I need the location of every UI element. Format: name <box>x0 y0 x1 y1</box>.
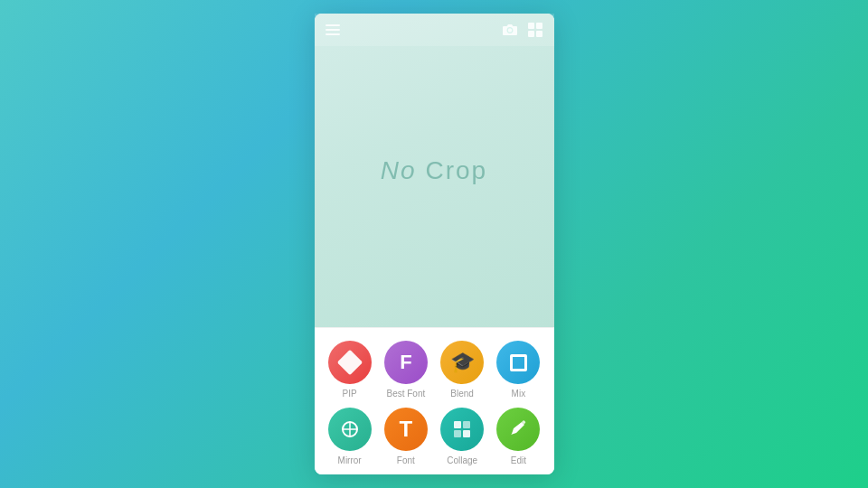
gallery-grid-icon[interactable] <box>527 22 543 38</box>
top-icons <box>502 22 543 38</box>
mirror-tool[interactable]: Mirror <box>328 408 372 465</box>
mix-icon <box>496 341 540 384</box>
mix-tool[interactable]: Mix <box>496 341 540 399</box>
edit-label: Edit <box>511 455 526 465</box>
font-t-symbol: T <box>400 417 413 442</box>
mirror-svg <box>340 419 360 439</box>
bestfont-icon: F <box>384 341 428 384</box>
blend-symbol: 🎓 <box>450 351 475 374</box>
pip-label: PIP <box>343 389 357 399</box>
collage-svg <box>452 419 472 439</box>
camera-icon[interactable] <box>502 22 518 38</box>
svg-rect-9 <box>463 421 470 428</box>
phone-frame: No Crop PIP F Best Font <box>315 14 554 474</box>
tools-row-1: PIP F Best Font 🎓 Blend <box>322 341 547 399</box>
top-bar <box>315 14 554 46</box>
collage-icon <box>440 408 484 451</box>
svg-rect-4 <box>536 31 542 37</box>
hamburger-icon[interactable] <box>326 24 340 35</box>
svg-rect-8 <box>454 421 461 428</box>
mix-label: Mix <box>512 389 526 399</box>
collage-tool[interactable]: Collage <box>440 408 484 465</box>
pip-tool[interactable]: PIP <box>328 341 372 399</box>
font-label: Font <box>397 455 415 465</box>
svg-rect-11 <box>463 430 470 437</box>
mirror-icon <box>328 408 372 451</box>
tools-area: PIP F Best Font 🎓 Blend <box>315 327 554 474</box>
blend-tool[interactable]: 🎓 Blend <box>440 341 484 399</box>
no-crop-title: No Crop <box>381 156 487 185</box>
svg-rect-2 <box>536 23 542 29</box>
bestfont-label: Best Font <box>386 389 425 399</box>
mix-square-shape <box>510 354 527 371</box>
bestfont-letter: F <box>400 351 411 374</box>
font-icon: T <box>384 408 428 451</box>
svg-rect-10 <box>454 430 461 437</box>
edit-svg <box>508 419 528 439</box>
pip-icon <box>328 341 372 384</box>
font-tool[interactable]: T Font <box>384 408 428 465</box>
svg-rect-1 <box>528 23 534 29</box>
blend-icon: 🎓 <box>440 341 484 384</box>
svg-rect-3 <box>528 31 534 37</box>
bestfont-tool[interactable]: F Best Font <box>384 341 428 399</box>
edit-icon <box>496 408 540 451</box>
blend-label: Blend <box>450 389 474 399</box>
image-canvas-area[interactable]: No Crop <box>315 14 554 327</box>
tools-row-2: Mirror T Font <box>322 408 547 465</box>
edit-tool[interactable]: Edit <box>496 408 540 465</box>
collage-label: Collage <box>447 455 477 465</box>
mirror-label: Mirror <box>338 455 362 465</box>
